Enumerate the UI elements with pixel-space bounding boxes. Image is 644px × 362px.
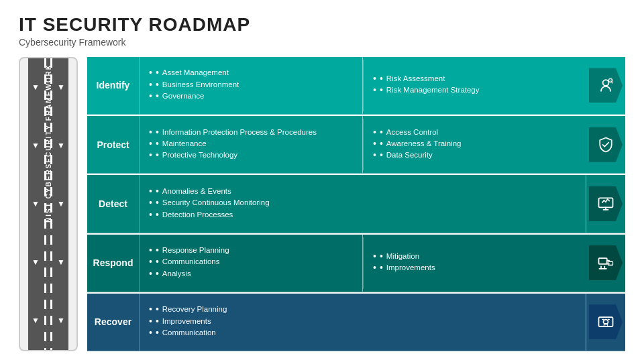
bullet-item: •Recovery Planning	[149, 304, 579, 314]
bullet-item: •Response Planning	[149, 245, 356, 255]
framework-row-respond: Respond•Response Planning•Communications…	[87, 235, 625, 292]
arrow-r1: ▼	[57, 83, 65, 91]
bullet-item: •Maintenance	[149, 139, 356, 149]
row-col1-recover: •Recovery Planning•Improvements•Communic…	[140, 294, 586, 351]
framework-row-detect: Detect•Anomalies & Events•Security Conti…	[87, 175, 625, 233]
row-label-identify: Identify	[87, 57, 140, 114]
road-arrows-right: ▼ ▼ ▼ ▼ ▼	[56, 58, 66, 350]
page-title: IT SECURITY ROADMAP	[19, 15, 625, 36]
row-icon-identify	[586, 57, 625, 114]
main-content: ▼ ▼ ▼ ▼ ▼ NIST CYBERSECURITY FRAMEWORK ▼…	[19, 57, 625, 351]
road-sidebar: ▼ ▼ ▼ ▼ ▼ NIST CYBERSECURITY FRAMEWORK ▼…	[19, 57, 78, 351]
bullet-item: •Risk Management Strategy	[373, 85, 580, 95]
icon-arrow-respond	[589, 245, 623, 280]
row-content-protect: •Information Protection Process & Proced…	[140, 116, 586, 173]
bullet-item: •Communications	[149, 257, 356, 267]
bullet-item: •Access Control	[373, 127, 580, 137]
bullet-item: •Risk Assessment	[373, 74, 580, 84]
framework-row-identify: Identify•Asset Management•Business Envir…	[87, 57, 625, 115]
arrow-r3: ▼	[57, 200, 65, 208]
row-label-detect: Detect	[87, 175, 140, 232]
icon-arrow-detect	[589, 186, 623, 221]
svg-rect-2	[599, 198, 613, 207]
row-col1-respond: •Response Planning•Communications•Analys…	[140, 235, 363, 292]
road-inner: ▼ ▼ ▼ ▼ ▼ NIST CYBERSECURITY FRAMEWORK ▼…	[28, 58, 68, 350]
icon-arrow-identify	[589, 68, 623, 103]
arrow-2: ▼	[32, 141, 40, 149]
icon-arrow-recover	[589, 304, 623, 339]
row-content-respond: •Response Planning•Communications•Analys…	[140, 235, 586, 292]
row-icon-respond	[586, 235, 625, 292]
svg-rect-5	[599, 317, 613, 326]
svg-point-0	[603, 80, 609, 86]
header: IT SECURITY ROADMAP Cybersecurity Framew…	[19, 15, 625, 48]
road-arrows-left: ▼ ▼ ▼ ▼ ▼	[31, 58, 40, 350]
bullet-item: •Security Continuous Monitoring	[149, 198, 579, 208]
row-content-identify: •Asset Management•Business Environment•G…	[140, 57, 586, 114]
bullet-item: •Information Protection Process & Proced…	[149, 127, 356, 137]
bullet-item: •Anomalies & Events	[149, 186, 579, 196]
road-label: NIST CYBERSECURITY FRAMEWORK	[45, 64, 52, 223]
row-label-respond: Respond	[87, 235, 140, 292]
arrow-r5: ▼	[57, 316, 65, 324]
row-col2-identify: •Risk Assessment•Risk Management Strateg…	[364, 57, 586, 114]
row-content-recover: •Recovery Planning•Improvements•Communic…	[140, 294, 586, 351]
framework-row-protect: Protect•Information Protection Process &…	[87, 116, 625, 174]
arrow-1: ▼	[32, 83, 40, 91]
bullet-item: •Improvements	[149, 316, 579, 326]
svg-rect-4	[608, 261, 613, 265]
row-col1-protect: •Information Protection Process & Proced…	[140, 116, 363, 173]
row-icon-recover	[586, 294, 625, 351]
page-subtitle: Cybersecurity Framework	[19, 37, 625, 48]
arrow-5: ▼	[32, 316, 40, 324]
row-col2-respond: •Mitigation•Improvements	[364, 235, 586, 292]
row-col1-detect: •Anomalies & Events•Security Continuous …	[140, 175, 586, 232]
bullet-item: •Communication	[149, 328, 579, 338]
framework-row-recover: Recover•Recovery Planning•Improvements•C…	[87, 294, 625, 351]
bullet-item: •Improvements	[373, 263, 580, 273]
framework: Identify•Asset Management•Business Envir…	[87, 57, 625, 351]
svg-rect-3	[599, 258, 607, 264]
bullet-item: •Governance	[149, 91, 356, 101]
bullet-item: •Data Security	[373, 150, 580, 160]
arrow-r2: ▼	[57, 141, 65, 149]
bullet-item: •Protective Technology	[149, 150, 356, 160]
bullet-item: •Asset Management	[149, 68, 356, 78]
bullet-item: •Awareness & Training	[373, 139, 580, 149]
arrow-r4: ▼	[57, 258, 65, 266]
icon-arrow-protect	[589, 127, 623, 162]
row-label-protect: Protect	[87, 116, 140, 173]
bullet-item: •Detection Processes	[149, 210, 579, 220]
arrow-4: ▼	[32, 258, 40, 266]
row-col1-identify: •Asset Management•Business Environment•G…	[140, 57, 363, 114]
bullet-item: •Mitigation	[373, 251, 580, 261]
bullet-item: •Business Environment	[149, 80, 356, 90]
arrow-3: ▼	[32, 200, 40, 208]
row-label-recover: Recover	[87, 294, 140, 351]
bullet-item: •Analysis	[149, 269, 356, 279]
page: IT SECURITY ROADMAP Cybersecurity Framew…	[0, 0, 644, 362]
row-col2-protect: •Access Control•Awareness & Training•Dat…	[364, 116, 586, 173]
row-content-detect: •Anomalies & Events•Security Continuous …	[140, 175, 586, 232]
row-icon-protect	[586, 116, 625, 173]
row-icon-detect	[586, 175, 625, 232]
